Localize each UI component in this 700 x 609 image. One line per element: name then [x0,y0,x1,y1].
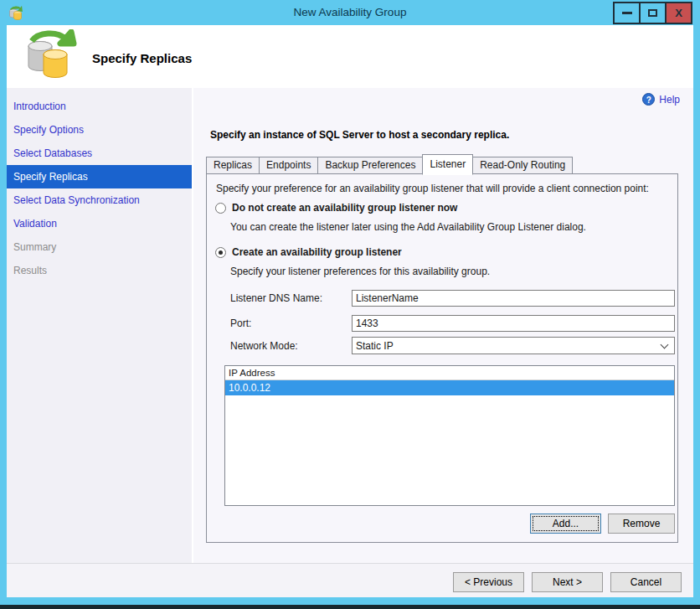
create-listener-radio[interactable] [215,247,226,258]
port-label: Port: [230,315,251,332]
help-icon: ? [642,93,655,106]
wizard-footer: < Previous Next > Cancel [7,563,693,597]
next-button[interactable]: Next > [532,572,603,592]
tab-endpoints[interactable]: Endpoints [259,157,318,174]
port-input[interactable] [352,315,675,332]
tab-backup-preferences[interactable]: Backup Preferences [317,157,423,174]
close-icon: X [675,7,682,19]
option-create-listener[interactable]: Create an availability group listener [215,246,402,258]
tab-listener[interactable]: Listener [422,154,473,175]
create-listener-label[interactable]: Create an availability group listener [232,246,402,258]
sidebar-item-introduction[interactable]: Introduction [7,95,192,118]
chevron-down-icon [661,341,669,349]
sidebar-item-specify-replicas[interactable]: Specify Replicas [7,165,192,188]
replica-tabs: Replicas Endpoints Backup Preferences Li… [206,148,572,174]
maximize-button[interactable] [639,2,667,24]
sidebar-item-specify-options[interactable]: Specify Options [7,118,192,142]
network-mode-value: Static IP [356,340,394,352]
sidebar-item-select-databases[interactable]: Select Databases [7,142,192,165]
tab-read-only-routing[interactable]: Read-Only Routing [472,157,573,174]
cancel-button[interactable]: Cancel [610,572,682,592]
remove-button[interactable]: Remove [608,514,675,534]
create-listener-description: Specify your listener preferences for th… [230,266,490,277]
ip-address-column-header[interactable]: IP Address [225,366,674,380]
tab-replicas[interactable]: Replicas [206,157,260,174]
ip-address-row[interactable]: 10.0.0.12 [225,380,674,395]
wizard-steps-sidebar: Introduction Specify Options Select Data… [7,88,192,597]
wizard-header: Specify Replicas [7,25,693,88]
listener-tab-panel: Specify your preference for an availabil… [206,173,678,543]
previous-button[interactable]: < Previous [453,572,524,592]
replicas-database-icon [22,29,77,85]
no-listener-radio[interactable] [215,203,226,214]
help-link[interactable]: ? Help [642,93,680,106]
minimize-button[interactable] [613,2,641,24]
network-mode-select[interactable]: Static IP [352,337,675,354]
titlebar[interactable]: New Availability Group X [0,0,700,25]
sidebar-item-select-data-synchronization[interactable]: Select Data Synchronization [7,188,192,212]
wizard-steps-list: Introduction Specify Options Select Data… [7,95,192,282]
close-button[interactable]: X [665,2,692,24]
page-title: Specify Replicas [92,51,192,65]
sidebar-item-validation[interactable]: Validation [7,212,192,235]
listener-intro-text: Specify your preference for an availabil… [216,183,649,194]
no-listener-description: You can create the listener later using … [230,221,586,233]
help-label: Help [659,94,680,106]
network-mode-label: Network Mode: [230,338,298,354]
dialog-frame: Specify Replicas Introduction Specify Op… [7,25,693,597]
new-availability-group-window: New Availability Group X [0,0,700,609]
dns-name-label: Listener DNS Name: [230,290,322,307]
wizard-content: ? Help Specify an instance of SQL Server… [193,88,693,563]
window-bottom-edge [0,605,700,609]
add-button[interactable]: Add... [530,514,601,534]
sidebar-item-results: Results [7,259,192,282]
maximize-icon [648,9,657,17]
dns-name-input[interactable] [352,290,675,307]
minimize-icon [622,12,632,14]
sidebar-item-summary: Summary [7,235,192,259]
window-controls: X [615,2,692,24]
window-title: New Availability Group [0,0,700,25]
instruction-text: Specify an instance of SQL Server to hos… [210,129,509,141]
no-listener-label[interactable]: Do not create an availability group list… [232,202,457,214]
ip-address-list: IP Address 10.0.0.12 [224,365,675,506]
option-no-listener[interactable]: Do not create an availability group list… [215,202,457,214]
